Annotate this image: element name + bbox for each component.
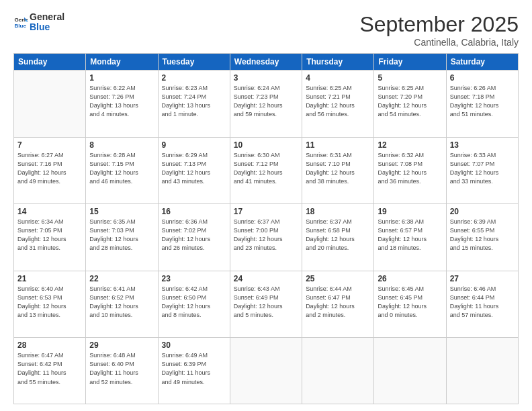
day-info: Sunrise: 6:36 AM Sunset: 7:02 PM Dayligh… [162,218,226,253]
day-number: 3 [234,73,298,83]
day-info: Sunrise: 6:41 AM Sunset: 6:52 PM Dayligh… [89,285,154,320]
day-header-tuesday: Tuesday [158,54,230,71]
day-number: 4 [306,73,370,83]
day-number: 16 [162,207,226,216]
calendar-cell: 19Sunrise: 6:38 AM Sunset: 6:57 PM Dayli… [374,204,446,271]
day-number: 5 [378,73,442,83]
day-info: Sunrise: 6:37 AM Sunset: 7:00 PM Dayligh… [234,218,298,253]
day-info: Sunrise: 6:35 AM Sunset: 7:03 PM Dayligh… [89,218,154,253]
day-info: Sunrise: 6:46 AM Sunset: 6:44 PM Dayligh… [450,285,515,320]
day-info: Sunrise: 6:27 AM Sunset: 7:16 PM Dayligh… [17,151,82,186]
day-info: Sunrise: 6:25 AM Sunset: 7:20 PM Dayligh… [378,84,442,119]
day-info: Sunrise: 6:24 AM Sunset: 7:23 PM Dayligh… [234,84,298,119]
day-info: Sunrise: 6:38 AM Sunset: 6:57 PM Dayligh… [378,218,442,253]
day-number: 7 [17,140,82,150]
day-number: 20 [450,207,515,216]
day-info: Sunrise: 6:39 AM Sunset: 6:55 PM Dayligh… [450,218,515,253]
day-header-sunday: Sunday [14,54,86,71]
calendar-week-3: 14Sunrise: 6:34 AM Sunset: 7:05 PM Dayli… [14,204,519,271]
day-info: Sunrise: 6:48 AM Sunset: 6:40 PM Dayligh… [89,351,154,386]
calendar-cell: 15Sunrise: 6:35 AM Sunset: 7:03 PM Dayli… [86,204,158,271]
logo: General Blue General Blue [13,12,64,33]
day-number: 22 [89,274,154,283]
day-info: Sunrise: 6:30 AM Sunset: 7:12 PM Dayligh… [234,151,298,186]
calendar-cell: 16Sunrise: 6:36 AM Sunset: 7:02 PM Dayli… [158,204,230,271]
day-number: 12 [378,140,442,150]
calendar-cell: 26Sunrise: 6:45 AM Sunset: 6:45 PM Dayli… [374,271,446,338]
day-number: 24 [234,274,298,283]
day-info: Sunrise: 6:23 AM Sunset: 7:24 PM Dayligh… [162,84,226,119]
day-info: Sunrise: 6:29 AM Sunset: 7:13 PM Dayligh… [162,151,226,186]
calendar-cell: 30Sunrise: 6:49 AM Sunset: 6:39 PM Dayli… [158,338,230,404]
day-header-friday: Friday [374,54,446,71]
calendar-title: September 2025 [359,12,519,37]
calendar-cell: 25Sunrise: 6:44 AM Sunset: 6:47 PM Dayli… [302,271,374,338]
calendar-cell [230,338,302,404]
day-number: 26 [378,274,442,283]
day-info: Sunrise: 6:49 AM Sunset: 6:39 PM Dayligh… [162,351,226,386]
day-info: Sunrise: 6:26 AM Sunset: 7:18 PM Dayligh… [450,84,515,119]
day-number: 15 [89,207,154,216]
calendar-cell: 14Sunrise: 6:34 AM Sunset: 7:05 PM Dayli… [14,204,86,271]
calendar-cell: 1Sunrise: 6:22 AM Sunset: 7:26 PM Daylig… [86,71,158,138]
day-number: 10 [234,140,298,150]
day-number: 28 [17,340,82,350]
page: General Blue General Blue September 2025… [0,0,532,411]
title-block: September 2025 Cantinella, Calabria, Ita… [359,12,519,48]
day-header-thursday: Thursday [302,54,374,71]
header: General Blue General Blue September 2025… [13,12,519,48]
day-header-wednesday: Wednesday [230,54,302,71]
day-info: Sunrise: 6:34 AM Sunset: 7:05 PM Dayligh… [17,218,82,253]
svg-text:Blue: Blue [14,23,26,29]
day-info: Sunrise: 6:22 AM Sunset: 7:26 PM Dayligh… [89,84,154,119]
logo-icon: General Blue [13,15,28,30]
calendar-cell: 28Sunrise: 6:47 AM Sunset: 6:42 PM Dayli… [14,338,86,404]
calendar-week-5: 28Sunrise: 6:47 AM Sunset: 6:42 PM Dayli… [14,338,519,404]
calendar-cell: 5Sunrise: 6:25 AM Sunset: 7:20 PM Daylig… [374,71,446,138]
calendar-table: SundayMondayTuesdayWednesdayThursdayFrid… [13,53,519,404]
calendar-cell: 29Sunrise: 6:48 AM Sunset: 6:40 PM Dayli… [86,338,158,404]
day-info: Sunrise: 6:43 AM Sunset: 6:49 PM Dayligh… [234,285,298,320]
calendar-cell: 21Sunrise: 6:40 AM Sunset: 6:53 PM Dayli… [14,271,86,338]
calendar-header-row: SundayMondayTuesdayWednesdayThursdayFrid… [14,54,519,71]
calendar-cell: 11Sunrise: 6:31 AM Sunset: 7:10 PM Dayli… [302,137,374,204]
day-number: 1 [89,73,154,83]
day-number: 11 [306,140,370,150]
day-info: Sunrise: 6:33 AM Sunset: 7:07 PM Dayligh… [450,151,515,186]
day-number: 23 [162,274,226,283]
calendar-cell: 13Sunrise: 6:33 AM Sunset: 7:07 PM Dayli… [446,137,518,204]
calendar-week-1: 1Sunrise: 6:22 AM Sunset: 7:26 PM Daylig… [14,71,519,138]
day-header-monday: Monday [86,54,158,71]
calendar-cell: 12Sunrise: 6:32 AM Sunset: 7:08 PM Dayli… [374,137,446,204]
day-number: 14 [17,207,82,216]
calendar-week-4: 21Sunrise: 6:40 AM Sunset: 6:53 PM Dayli… [14,271,519,338]
calendar-cell: 17Sunrise: 6:37 AM Sunset: 7:00 PM Dayli… [230,204,302,271]
calendar-cell: 2Sunrise: 6:23 AM Sunset: 7:24 PM Daylig… [158,71,230,138]
day-number: 25 [306,274,370,283]
calendar-cell: 10Sunrise: 6:30 AM Sunset: 7:12 PM Dayli… [230,137,302,204]
day-info: Sunrise: 6:25 AM Sunset: 7:21 PM Dayligh… [306,84,370,119]
day-info: Sunrise: 6:28 AM Sunset: 7:15 PM Dayligh… [89,151,154,186]
calendar-cell: 23Sunrise: 6:42 AM Sunset: 6:50 PM Dayli… [158,271,230,338]
day-info: Sunrise: 6:37 AM Sunset: 6:58 PM Dayligh… [306,218,370,253]
logo-line1: General [30,12,64,22]
day-number: 29 [89,340,154,350]
day-number: 18 [306,207,370,216]
day-number: 19 [378,207,442,216]
day-header-saturday: Saturday [446,54,518,71]
day-number: 17 [234,207,298,216]
calendar-cell: 3Sunrise: 6:24 AM Sunset: 7:23 PM Daylig… [230,71,302,138]
day-number: 6 [450,73,515,83]
calendar-cell: 24Sunrise: 6:43 AM Sunset: 6:49 PM Dayli… [230,271,302,338]
day-info: Sunrise: 6:47 AM Sunset: 6:42 PM Dayligh… [17,351,82,386]
calendar-cell: 22Sunrise: 6:41 AM Sunset: 6:52 PM Dayli… [86,271,158,338]
calendar-cell [14,71,86,138]
day-number: 30 [162,340,226,350]
calendar-cell: 20Sunrise: 6:39 AM Sunset: 6:55 PM Dayli… [446,204,518,271]
calendar-cell: 7Sunrise: 6:27 AM Sunset: 7:16 PM Daylig… [14,137,86,204]
calendar-cell [446,338,518,404]
day-info: Sunrise: 6:45 AM Sunset: 6:45 PM Dayligh… [378,285,442,320]
calendar-week-2: 7Sunrise: 6:27 AM Sunset: 7:16 PM Daylig… [14,137,519,204]
calendar-subtitle: Cantinella, Calabria, Italy [359,37,519,48]
day-info: Sunrise: 6:32 AM Sunset: 7:08 PM Dayligh… [378,151,442,186]
